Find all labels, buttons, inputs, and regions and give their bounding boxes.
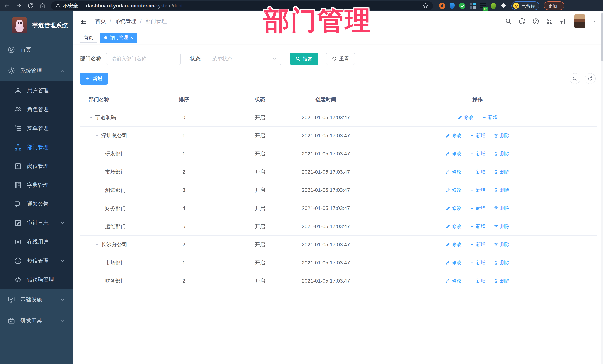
tab-close-icon[interactable]: × bbox=[130, 35, 133, 40]
edit-action-link[interactable]: 修改 bbox=[445, 187, 462, 193]
sidebar-item-system[interactable]: 系统管理 bbox=[0, 60, 73, 81]
sidebar-item-post[interactable]: 岗位管理 bbox=[0, 157, 73, 176]
extension-check-icon[interactable] bbox=[459, 3, 465, 9]
delete-action-link[interactable]: 删除 bbox=[494, 169, 510, 175]
edit-action-link[interactable]: 修改 bbox=[445, 278, 462, 284]
edit-action-link[interactable]: 修改 bbox=[445, 151, 462, 157]
sidebar-item-label: 岗位管理 bbox=[27, 163, 65, 170]
breadcrumb-system[interactable]: 系统管理 bbox=[115, 18, 136, 25]
sidebar-item-dept[interactable]: 部门管理 bbox=[0, 138, 73, 157]
avatar-caret-down-icon[interactable] bbox=[592, 19, 597, 24]
sidebar-item-label: 短信管理 bbox=[27, 257, 55, 265]
browser-menu-kebab-icon[interactable] bbox=[560, 4, 561, 8]
add-button[interactable]: 新增 bbox=[80, 73, 108, 85]
delete-action-link[interactable]: 删除 bbox=[494, 187, 510, 193]
breadcrumb-home[interactable]: 首页 bbox=[95, 18, 106, 25]
search-icon[interactable] bbox=[505, 18, 512, 25]
sidebar-item-menus[interactable]: 菜单管理 bbox=[0, 119, 73, 138]
edit-action-link[interactable]: 修改 bbox=[445, 241, 462, 248]
browser-back-icon[interactable] bbox=[3, 2, 10, 9]
plus-action-link[interactable]: 新增 bbox=[470, 169, 486, 175]
dept-name-input[interactable] bbox=[106, 53, 181, 65]
user-avatar[interactable] bbox=[574, 14, 585, 28]
sidebar-item-label: 审计日志 bbox=[27, 219, 55, 227]
sidebar-collapse-icon[interactable] bbox=[80, 17, 88, 25]
extensions-puzzle-icon[interactable] bbox=[500, 2, 507, 9]
sidebar-item-devtools[interactable]: 研发工具 bbox=[0, 310, 73, 331]
fullscreen-icon[interactable] bbox=[546, 18, 553, 25]
edit-action-link[interactable]: 修改 bbox=[445, 259, 462, 266]
bookmark-star-icon[interactable] bbox=[422, 3, 429, 9]
edit-action-link[interactable]: 修改 bbox=[445, 169, 462, 175]
extension-gear-icon[interactable] bbox=[439, 3, 445, 9]
show-search-toggle-button[interactable] bbox=[570, 73, 580, 84]
plus-action-link[interactable]: 新增 bbox=[470, 151, 486, 157]
on-badge: on bbox=[483, 7, 488, 11]
sort-cell: 2 bbox=[141, 169, 227, 175]
refresh-table-button[interactable] bbox=[585, 73, 596, 84]
row-expand-icon[interactable] bbox=[95, 133, 101, 138]
edit-action-link[interactable]: 修改 bbox=[458, 114, 474, 121]
tab-home[interactable]: 首页 bbox=[80, 33, 97, 43]
delete-action-link[interactable]: 删除 bbox=[494, 132, 510, 139]
delete-action-link[interactable]: 删除 bbox=[494, 205, 510, 211]
browser-update-button[interactable]: 更新 bbox=[544, 1, 564, 10]
plus-action-link[interactable]: 新增 bbox=[470, 205, 486, 211]
sidebar-item-infra[interactable]: 基础设施 bbox=[0, 289, 73, 310]
search-button[interactable]: 搜索 bbox=[290, 53, 318, 65]
sidebar-item-online-users[interactable]: 在线用户 bbox=[0, 232, 73, 251]
dept-name-cell: 研发部门 bbox=[105, 150, 126, 157]
created-cell: 2021-01-05 17:03:47 bbox=[293, 260, 358, 266]
window-scrollbar[interactable] bbox=[601, 11, 603, 364]
row-expand-icon[interactable] bbox=[89, 115, 95, 120]
github-icon[interactable] bbox=[518, 18, 526, 25]
warning-icon bbox=[55, 3, 61, 9]
help-icon[interactable] bbox=[532, 18, 540, 25]
plus-action-link[interactable]: 新增 bbox=[470, 132, 486, 139]
table-row: 财务部门 4 开启 2021-01-05 17:03:47 修改新增删除 bbox=[80, 199, 597, 217]
browser-home-icon[interactable] bbox=[39, 2, 46, 9]
extension-drop-icon[interactable] bbox=[450, 3, 454, 9]
url-path: /system/dept bbox=[154, 3, 183, 9]
extension-grid-icon[interactable] bbox=[470, 3, 476, 9]
plus-action-link[interactable]: 新增 bbox=[470, 187, 486, 193]
sidebar-item-users[interactable]: 用户管理 bbox=[0, 81, 73, 100]
status-select[interactable]: 菜单状态 bbox=[208, 53, 281, 65]
delete-action-link[interactable]: 删除 bbox=[494, 151, 510, 157]
extension-sprout-icon[interactable] bbox=[491, 3, 496, 9]
browser-forward-icon[interactable] bbox=[15, 2, 22, 9]
dashboard-icon bbox=[7, 46, 16, 54]
delete-action-link[interactable]: 删除 bbox=[494, 259, 510, 266]
sidebar-item-dict[interactable]: 字典管理 bbox=[0, 176, 73, 195]
scrollbar-thumb[interactable] bbox=[601, 13, 603, 61]
plus-action-link[interactable]: 新增 bbox=[470, 259, 486, 266]
address-bar[interactable]: 不安全 dashboard.yudao.iocoder.cn/system/de… bbox=[51, 1, 433, 10]
reset-button[interactable]: 重置 bbox=[326, 53, 355, 65]
security-chip[interactable]: 不安全 bbox=[55, 2, 82, 9]
plus-action-link[interactable]: 新增 bbox=[482, 114, 498, 121]
browser-reload-icon[interactable] bbox=[27, 2, 34, 9]
plus-action-link[interactable]: 新增 bbox=[470, 278, 486, 284]
edit-action-link[interactable]: 修改 bbox=[445, 223, 462, 230]
edit-action-link[interactable]: 修改 bbox=[445, 132, 462, 139]
edit-action-link[interactable]: 修改 bbox=[445, 205, 462, 211]
plus-action-link[interactable]: 新增 bbox=[470, 241, 486, 248]
browser-profile-chip[interactable]: 已暂停 bbox=[511, 1, 539, 10]
delete-action-link[interactable]: 删除 bbox=[494, 278, 510, 284]
row-expand-icon[interactable] bbox=[95, 242, 101, 247]
sidebar-item-sms[interactable]: 短信管理 bbox=[0, 251, 73, 270]
sidebar-item-notice[interactable]: 通知公告 bbox=[0, 195, 73, 213]
sidebar-item-error-code[interactable]: 错误码管理 bbox=[0, 270, 73, 289]
extension-list-icon[interactable]: on bbox=[480, 3, 487, 9]
plus-action-link[interactable]: 新增 bbox=[470, 223, 486, 230]
tab-dept[interactable]: 部门管理 × bbox=[100, 33, 137, 43]
dept-name-cell: 财务部门 bbox=[105, 205, 126, 212]
font-size-icon[interactable] bbox=[560, 18, 567, 25]
sidebar-item-roles[interactable]: 角色管理 bbox=[0, 100, 73, 119]
sidebar-item-home[interactable]: 首页 bbox=[0, 39, 73, 60]
sidebar-logo-row[interactable]: 芋道管理系统 bbox=[0, 11, 73, 39]
delete-action-link[interactable]: 删除 bbox=[494, 223, 510, 230]
delete-action-link[interactable]: 删除 bbox=[494, 241, 510, 248]
sidebar-item-audit-log[interactable]: 审计日志 bbox=[0, 213, 73, 232]
sort-cell: 3 bbox=[141, 187, 227, 193]
